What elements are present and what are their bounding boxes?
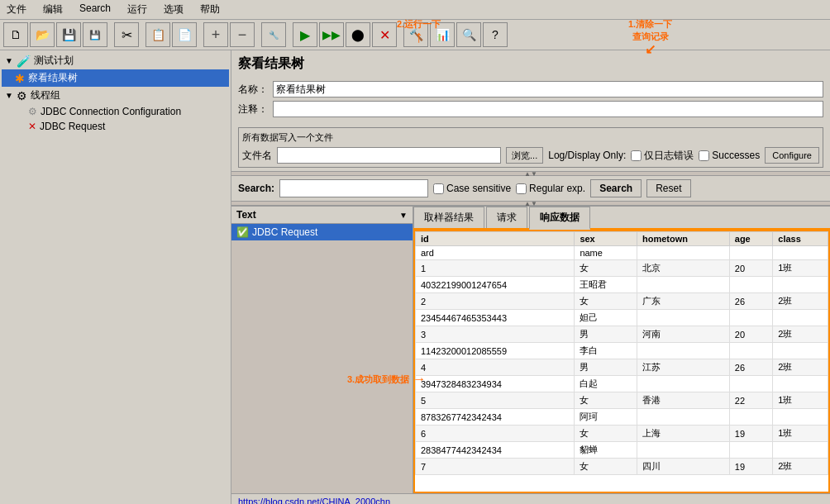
btn-remove[interactable]: −	[230, 22, 255, 47]
menu-run[interactable]: 运行	[124, 2, 150, 17]
table-cell	[637, 343, 730, 359]
tree-item-jdbc-config[interactable]: ⚙ JDBC Connection Configuration	[2, 104, 229, 119]
table-cell: 女	[575, 260, 637, 277]
table-cell: 6	[416, 426, 575, 442]
tab-response[interactable]: 响应数据	[529, 207, 590, 230]
result-label: 察看结果树	[28, 71, 78, 85]
filename-input[interactable]	[277, 147, 501, 164]
data-panel: 取样器结果 请求 响应数据 id sex hometown age	[413, 207, 830, 493]
table-row: 4男江苏262班	[416, 359, 828, 376]
errors-only-checkbox[interactable]	[631, 150, 642, 161]
left-panel: ▼ 🧪 测试计划 ✱ 察看结果树 ▼ ⚙ 线程组 ⚙ JDBC Connecti…	[0, 50, 231, 504]
regular-exp-check[interactable]: Regular exp.	[516, 183, 585, 194]
btn-stop[interactable]: ⬤	[346, 22, 370, 47]
search-btn[interactable]: Search	[590, 179, 642, 197]
tab-request[interactable]: 请求	[486, 207, 527, 228]
comment-input[interactable]	[273, 101, 823, 117]
panel-title: 察看结果树	[231, 50, 830, 78]
regular-exp-checkbox[interactable]	[516, 183, 527, 194]
table-cell	[773, 376, 828, 392]
table-cell	[637, 277, 730, 293]
table-cell: 妲己	[575, 310, 637, 326]
tree-item-jdbc-request[interactable]: ✕ JDBC Request	[2, 119, 229, 134]
btn-tools[interactable]: 🔨	[403, 22, 428, 47]
table-cell: 4	[416, 359, 575, 376]
plan-label: 测试计划	[34, 54, 74, 68]
btn-add[interactable]: +	[203, 22, 228, 47]
search-row: Search: Case sensitive Regular exp. Sear…	[231, 176, 830, 201]
btn-report[interactable]: 📊	[430, 22, 455, 47]
filename-label: 文件名	[242, 149, 272, 163]
menu-edit[interactable]: 编辑	[40, 2, 66, 17]
errors-only-label: 仅日志错误	[644, 149, 694, 163]
btn-run[interactable]: ▶	[293, 22, 317, 47]
name-label: 名称：	[238, 83, 268, 97]
table-cell: 2	[416, 293, 575, 310]
btn-run-step[interactable]: ▶▶	[319, 22, 344, 47]
btn-find[interactable]: 🔍	[456, 22, 481, 47]
table-row: 5女香港221班	[416, 392, 828, 409]
table-cell: 貂蝉	[575, 442, 637, 459]
successes-checkbox[interactable]	[699, 150, 709, 161]
list-header-label: Text	[236, 209, 256, 221]
jdbc-request-icon: ✕	[28, 121, 36, 132]
case-sensitive-checkbox[interactable]	[433, 183, 444, 194]
btn-new[interactable]: 🗋	[3, 22, 28, 47]
menu-options[interactable]: 选项	[160, 2, 187, 17]
tabs: 取样器结果 请求 响应数据	[413, 207, 830, 230]
table-cell: 1班	[773, 392, 828, 409]
list-item-jdbc[interactable]: ✅ JDBC Request	[231, 224, 413, 240]
list-body: ✅ JDBC Request	[231, 224, 413, 493]
toolbar: 🗋 📂 💾 💾 ✂ 📋 📄 + − 🔧 ▶ ▶▶ ⬤ ✕ 🔨 📊 🔍 ? 2.运…	[0, 20, 830, 50]
table-cell: 8783267742342434	[416, 409, 575, 426]
name-input[interactable]	[273, 81, 823, 97]
reset-btn[interactable]: Reset	[646, 179, 690, 197]
menu-search[interactable]: Search	[76, 2, 114, 17]
errors-only-check[interactable]: 仅日志错误	[631, 149, 694, 163]
table-cell	[773, 277, 828, 293]
btn-paste[interactable]: 📄	[172, 22, 197, 47]
status-url: https://blog.csdn.net/CHINA_2000chn	[238, 497, 390, 505]
tree-item-thread[interactable]: ▼ ⚙ 线程组	[2, 87, 229, 104]
btn-help[interactable]: ?	[483, 22, 508, 47]
result-icon: ✱	[15, 72, 25, 85]
configure-btn[interactable]: Configure	[765, 147, 819, 164]
btn-clear[interactable]: 🔧	[261, 22, 286, 47]
btn-save-as[interactable]: 💾	[83, 22, 107, 47]
table-cell	[729, 376, 773, 392]
table-cell	[729, 343, 773, 359]
list-panel: Text ▼ ✅ JDBC Request	[231, 207, 413, 493]
jdbc-config-label: JDBC Connection Configuration	[41, 106, 181, 117]
browse-btn[interactable]: 浏览...	[506, 147, 543, 164]
tab-sampler[interactable]: 取样器结果	[413, 207, 484, 228]
successes-label: Successes	[712, 150, 760, 161]
table-cell: 40322199001247654	[416, 277, 575, 293]
table-row: 1女北京201班	[416, 260, 828, 277]
table-cell	[773, 343, 828, 359]
case-sensitive-check[interactable]: Case sensitive	[433, 183, 511, 194]
btn-copy[interactable]: 📋	[145, 22, 170, 47]
col-class: class	[773, 232, 828, 246]
list-dropdown-icon[interactable]: ▼	[399, 211, 408, 220]
table-cell: 3	[416, 326, 575, 343]
tree-item-plan[interactable]: ▼ 🧪 测试计划	[2, 52, 229, 69]
table-cell: 河南	[637, 326, 730, 343]
menu-help[interactable]: 帮助	[197, 2, 223, 17]
log-display-label: Log/Display Only:	[548, 150, 626, 161]
data-table-container[interactable]: id sex hometown age class ardname1女北京201…	[413, 230, 830, 493]
btn-save[interactable]: 💾	[56, 22, 81, 47]
tree-item-result[interactable]: ✱ 察看结果树	[2, 69, 229, 87]
table-cell: 2838477442342434	[416, 442, 575, 459]
table-cell	[729, 246, 773, 260]
thread-label: 线程组	[31, 88, 60, 102]
successes-check[interactable]: Successes	[699, 150, 760, 161]
menu-file[interactable]: 文件	[3, 2, 30, 17]
table-cell: 19	[729, 459, 773, 475]
table-cell: 四川	[637, 459, 730, 475]
right-panel: 察看结果树 名称： 注释： 所有数据写入一个文件 文件名 浏览... Log/D…	[231, 50, 830, 504]
btn-cut[interactable]: ✂	[114, 22, 139, 47]
btn-shutdown[interactable]: ✕	[372, 22, 397, 47]
table-cell	[637, 246, 730, 260]
btn-open[interactable]: 📂	[30, 22, 55, 47]
search-input[interactable]	[279, 179, 428, 197]
